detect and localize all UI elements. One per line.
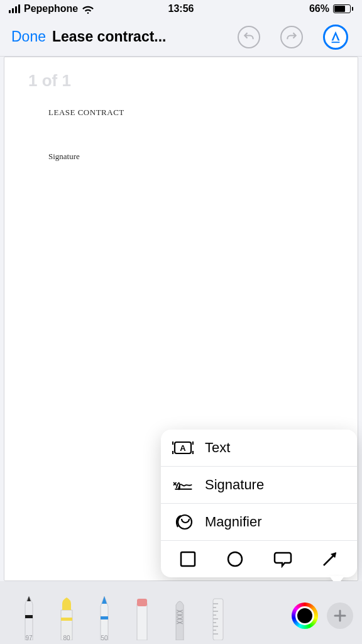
svg-rect-9: [61, 618, 72, 621]
current-color-swatch: [295, 606, 314, 625]
shape-arrow-button[interactable]: [319, 548, 341, 570]
popup-item-label: Signature: [205, 477, 264, 493]
tool-ruler[interactable]: [201, 582, 234, 640]
popup-item-label: Magnifier: [205, 514, 261, 530]
navigation-bar: Done Lease contract...: [0, 18, 362, 57]
popup-shapes-row: [161, 541, 357, 577]
tool-lasso[interactable]: [163, 582, 196, 640]
svg-rect-0: [332, 42, 340, 43]
signature-icon: [172, 475, 194, 494]
redo-button[interactable]: [280, 26, 303, 48]
tool-pencil-value: 50: [101, 635, 107, 641]
shape-speech-bubble-button[interactable]: [272, 548, 293, 570]
document-heading: LEASE CONTRACT: [48, 108, 314, 118]
clock: 13:56: [168, 3, 194, 14]
done-button[interactable]: Done: [11, 28, 46, 45]
popup-item-label: Text: [205, 440, 230, 456]
svg-rect-8: [25, 615, 33, 618]
svg-point-5: [228, 552, 242, 566]
magnifier-icon: [172, 513, 194, 531]
tool-highlighter-value: 80: [63, 635, 70, 641]
battery-icon: [333, 4, 353, 13]
markup-toolbar: 97 80 50: [0, 581, 362, 644]
svg-rect-4: [181, 552, 195, 566]
color-picker-button[interactable]: [292, 602, 318, 629]
markup-toggle-button[interactable]: [323, 25, 348, 50]
undo-button[interactable]: [238, 26, 260, 48]
tool-pen-value: 97: [25, 635, 32, 641]
battery-percentage: 66%: [309, 3, 329, 14]
shape-circle-button[interactable]: [224, 548, 246, 570]
tool-highlighter[interactable]: 80: [50, 582, 83, 640]
add-annotation-popup: A Text Signature Magnifier: [161, 430, 357, 577]
cellular-signal-icon: [9, 4, 20, 13]
popup-item-signature[interactable]: Signature: [161, 467, 357, 504]
shape-square-button[interactable]: [177, 548, 199, 570]
document-signature-label: Signature: [48, 152, 314, 162]
svg-rect-10: [101, 616, 108, 619]
plus-icon: [333, 609, 347, 623]
carrier-label: Pepephone: [24, 3, 78, 14]
popup-item-magnifier[interactable]: Magnifier: [161, 504, 357, 541]
wifi-icon: [82, 4, 94, 14]
page-indicator: 1 of 1: [28, 71, 71, 91]
popup-item-text[interactable]: A Text: [161, 430, 357, 467]
svg-rect-11: [137, 604, 147, 640]
tool-pen[interactable]: 97: [13, 582, 45, 640]
svg-text:A: A: [180, 443, 186, 453]
document-title: Lease contract...: [52, 28, 167, 45]
tool-eraser[interactable]: [126, 582, 158, 640]
add-annotation-button[interactable]: [327, 602, 353, 629]
tool-pencil[interactable]: 50: [88, 582, 121, 640]
status-bar: Pepephone 13:56 66%: [0, 0, 362, 18]
text-box-icon: A: [172, 438, 194, 457]
svg-rect-12: [137, 599, 147, 606]
